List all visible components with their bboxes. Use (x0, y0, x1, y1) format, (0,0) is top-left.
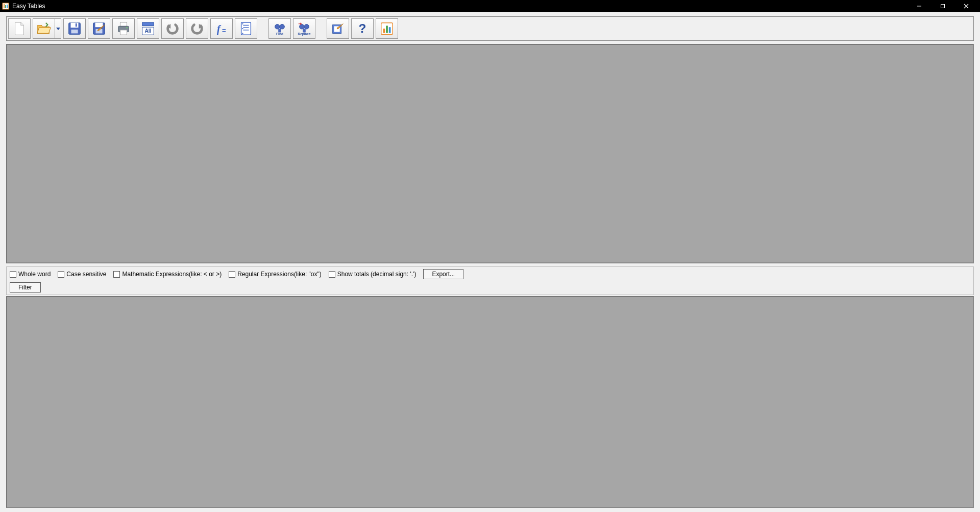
window-titlebar: Easy Tables (0, 0, 980, 12)
regular-expressions-checkbox[interactable]: Regular Expressions(like: "ox") (229, 271, 322, 278)
minimize-button[interactable] (908, 0, 931, 12)
regular-expressions-label: Regular Expressions(like: "ox") (237, 271, 322, 278)
filter-options-panel: Whole word Case sensitive Mathematic Exp… (6, 266, 974, 295)
svg-rect-49 (389, 27, 391, 33)
show-totals-checkbox[interactable]: Show totals (decimal sign: '.') (329, 271, 416, 278)
case-sensitive-checkbox[interactable]: Case sensitive (58, 271, 106, 278)
open-file-button[interactable] (33, 18, 55, 39)
save-edit-button[interactable] (88, 18, 110, 39)
svg-point-34 (275, 25, 280, 29)
svg-point-39 (300, 25, 304, 29)
svg-text:All: All (144, 28, 151, 34)
filter-results-area[interactable] (6, 296, 974, 508)
whole-word-checkbox[interactable]: Whole word (10, 271, 51, 278)
replace-button[interactable]: Replace (293, 18, 315, 39)
svg-rect-48 (386, 26, 388, 33)
main-table-area[interactable] (6, 44, 974, 263)
case-sensitive-label: Case sensitive (66, 271, 106, 278)
export-button[interactable]: Export... (423, 269, 463, 279)
maximize-button[interactable] (931, 0, 954, 12)
chart-button[interactable] (376, 18, 398, 39)
svg-text:Find: Find (276, 32, 283, 36)
svg-text:?: ? (359, 21, 366, 35)
svg-rect-3 (7, 5, 8, 8)
filter-button[interactable]: Filter (10, 282, 41, 292)
svg-point-35 (280, 25, 284, 29)
main-toolbar: All f = (6, 16, 974, 41)
svg-rect-11 (76, 23, 77, 27)
redo-button[interactable] (186, 18, 208, 39)
svg-rect-16 (120, 22, 127, 27)
svg-point-33 (242, 33, 243, 34)
close-button[interactable] (954, 0, 978, 12)
svg-point-32 (242, 28, 243, 29)
svg-text:=: = (222, 27, 226, 34)
svg-rect-14 (95, 23, 103, 27)
notes-button[interactable] (235, 18, 257, 39)
window-title: Easy Tables (12, 3, 45, 10)
svg-rect-10 (71, 23, 79, 28)
help-button[interactable]: ? (351, 18, 374, 39)
svg-point-19 (126, 27, 127, 28)
svg-rect-1 (4, 4, 5, 8)
math-expressions-checkbox[interactable]: Mathematic Expressions(like: < or >) (113, 271, 222, 278)
open-dropdown-arrow[interactable] (55, 18, 61, 39)
svg-rect-47 (383, 29, 385, 33)
svg-text:f: f (217, 23, 222, 35)
app-icon (2, 3, 9, 10)
find-button[interactable]: Find (268, 18, 291, 39)
formula-button[interactable]: f = (210, 18, 233, 39)
undo-button[interactable] (161, 18, 184, 39)
svg-marker-8 (56, 28, 60, 30)
show-totals-label: Show totals (decimal sign: '.') (337, 271, 416, 278)
svg-rect-20 (142, 22, 154, 26)
whole-word-label: Whole word (18, 271, 51, 278)
svg-rect-5 (941, 5, 945, 8)
svg-rect-18 (120, 30, 127, 35)
new-file-button[interactable] (8, 18, 31, 39)
select-all-button[interactable]: All (137, 18, 159, 39)
svg-rect-12 (71, 30, 78, 34)
print-button[interactable] (112, 18, 135, 39)
svg-rect-2 (5, 5, 6, 8)
svg-text:Replace: Replace (298, 32, 310, 36)
save-button[interactable] (63, 18, 86, 39)
svg-point-31 (242, 23, 243, 25)
svg-point-40 (304, 25, 309, 29)
options-button[interactable] (327, 18, 349, 39)
math-expressions-label: Mathematic Expressions(like: < or >) (122, 271, 222, 278)
